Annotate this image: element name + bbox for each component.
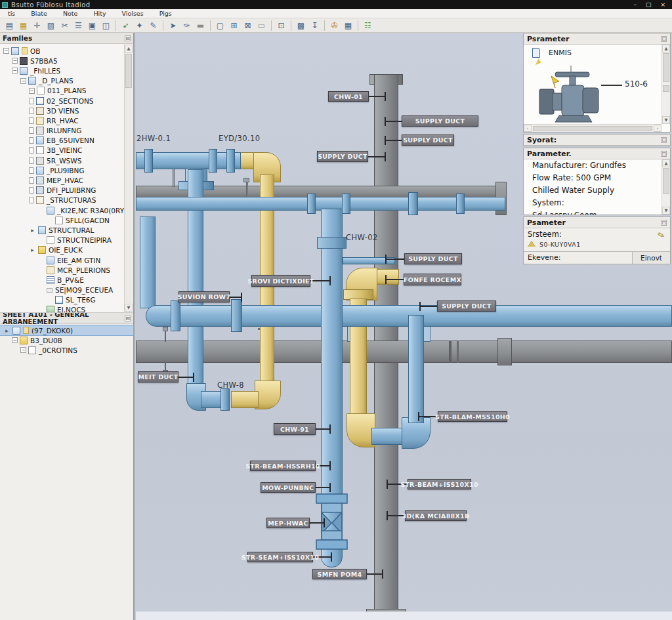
collapse-icon[interactable]: ⊡: [661, 151, 667, 157]
pipe-tag-label[interactable]: SUPPLY DUCT: [404, 253, 462, 264]
menu-pigs[interactable]: Pigs: [152, 10, 180, 17]
parameter-vscrollbar[interactable]: ▲ ▼: [662, 159, 670, 215]
menu-tis[interactable]: tis: [0, 10, 23, 17]
scroll-right-icon[interactable]: ›: [654, 125, 662, 132]
tree-item-97-dkok0[interactable]: ▸(97_DKOK0): [0, 325, 133, 335]
glycol-pipe-horizontal[interactable]: [231, 391, 259, 408]
pipe-tag-label[interactable]: 3D(KA MCIA88X1B: [405, 510, 467, 521]
pipe-tag-label[interactable]: MOW-PUNBNC: [261, 482, 316, 493]
pipe-flange[interactable]: [209, 149, 217, 173]
layers-icon[interactable]: ▭: [255, 20, 268, 31]
minus-expander-icon[interactable]: −: [12, 337, 18, 343]
parameter-row-manufacturer[interactable]: Manufacturer: Grundfes: [524, 159, 670, 172]
arrow-expander-icon[interactable]: ▸: [29, 226, 36, 234]
scroll-thumb[interactable]: [533, 126, 652, 131]
table-settings-icon[interactable]: ⊠: [242, 20, 254, 31]
tree-item-mep-hvac[interactable]: MEP_HVAC: [0, 175, 133, 185]
annotation-2hw-0-1[interactable]: 2HW-0.1: [136, 134, 171, 143]
scroll-up-icon[interactable]: ▲: [662, 45, 670, 52]
minus-expander-icon[interactable]: −: [29, 88, 35, 94]
gate-valve[interactable]: [316, 493, 348, 550]
collapse-icon[interactable]: ⊡: [661, 137, 667, 143]
parameter-row-system[interactable]: System:: [524, 197, 670, 209]
scroll-up-icon[interactable]: ▲: [125, 45, 133, 52]
scroll-thumb[interactable]: [663, 53, 669, 82]
pipe-tag-label[interactable]: STR-BEAM+ISS10X10: [408, 479, 471, 489]
tree-item-fhilles[interactable]: −_FhILLES: [0, 66, 133, 75]
pipe-tag-label[interactable]: SUVION ROW7: [178, 291, 230, 302]
copy-doc-icon[interactable]: ▧: [45, 20, 57, 31]
minimize-button[interactable]: –: [633, 1, 637, 8]
tree-item-dfi-pluibrng[interactable]: DFI_PLUIBRNG: [0, 186, 133, 196]
tree-item-se-mq9-eceuea[interactable]: SE|MQ9_ECEUEA: [0, 285, 133, 295]
viewport-icon[interactable]: ⊡: [275, 20, 287, 31]
tree-item-structuras[interactable]: _STRUCTURAS: [0, 196, 133, 205]
pipe-flange[interactable]: [317, 237, 346, 249]
pipe-tag-label[interactable]: SUPPLY DUCT: [402, 134, 454, 146]
tree-item-rr-hvac[interactable]: RR_HVAC: [0, 115, 133, 125]
tree-item-b-pv-e[interactable]: B_PV&E: [0, 275, 133, 285]
status-grid-icon[interactable]: ☷: [362, 20, 374, 31]
tree-item-sl-te6g[interactable]: SL_TE6G: [0, 295, 133, 305]
pipe-flange[interactable]: [231, 299, 242, 332]
move-tool-icon[interactable]: ✛: [31, 20, 43, 31]
minus-expander-icon[interactable]: −: [3, 48, 9, 54]
tree-item-5r-wsws[interactable]: 5R_WSWS: [0, 155, 133, 165]
minus-expander-icon[interactable]: −: [12, 58, 18, 64]
families-scrollbar[interactable]: ▲ ▼: [124, 45, 133, 312]
glycol-pipe-elbow[interactable]: [255, 381, 281, 409]
pipe-flange[interactable]: [456, 194, 465, 214]
collapse-icon[interactable]: ⊡: [125, 35, 131, 41]
tree-item-d-plans[interactable]: −_D_PLANS: [0, 76, 133, 86]
tree-item-structneipira[interactable]: STRUCTNEIPIRA: [0, 236, 133, 245]
minus-expander-icon[interactable]: −: [20, 78, 26, 84]
scroll-down-icon[interactable]: ▼: [662, 207, 670, 215]
link-tool-icon[interactable]: ✂: [58, 20, 71, 31]
minus-expander-icon[interactable]: −: [12, 68, 18, 73]
pipe-tag-label[interactable]: SUPPLY DUCT: [402, 115, 478, 127]
pipe-tag-label[interactable]: SROVI DICTIXDIET: [251, 275, 310, 287]
pipe-tag-label[interactable]: CHW-01: [328, 91, 369, 102]
hanger-rod[interactable]: [165, 331, 166, 342]
close-button[interactable]: ×: [660, 1, 665, 8]
pipe-flange[interactable]: [171, 300, 180, 331]
maximize-button[interactable]: □: [646, 1, 652, 8]
tree-item-eb-65uivenn[interactable]: EB_65UIVENN: [0, 136, 133, 146]
window-view-icon[interactable]: ◫: [100, 20, 112, 31]
lasso-tool-icon[interactable]: ✇: [328, 20, 341, 31]
tree-item-ob[interactable]: −OB: [0, 46, 133, 56]
pipe-tag-label[interactable]: SUPPLY DUCT: [317, 151, 368, 162]
annotation-chw-8[interactable]: CHW-8: [217, 381, 244, 390]
pipe-tag-label[interactable]: STR-SEAM+ISS10X10: [247, 552, 313, 562]
pipe-flange[interactable]: [342, 194, 350, 214]
pencil-edit-icon[interactable]: ✎: [147, 20, 159, 31]
family-item-label[interactable]: ENMIS: [549, 49, 572, 57]
duplicate-icon[interactable]: ▣: [86, 20, 98, 31]
pipe-flange[interactable]: [144, 149, 153, 173]
steel-beam[interactable]: [136, 341, 672, 363]
cursor-icon[interactable]: ➤: [167, 20, 179, 31]
tree-item-sfll-gacdn[interactable]: SFLL(GACDN: [0, 215, 133, 225]
grid-tool-icon[interactable]: ▩: [295, 20, 307, 31]
system-value[interactable]: S0-KUY0VA1: [539, 241, 581, 248]
menu-hity[interactable]: Hity: [85, 10, 114, 17]
preview-vscrollbar[interactable]: ▲ ▼: [662, 45, 670, 124]
modify-3d-icon[interactable]: ✦: [133, 20, 146, 31]
brush-icon[interactable]: ✑: [180, 20, 193, 31]
tree-item-mcr-plerions[interactable]: MCR_PLERIONS: [0, 265, 133, 275]
tree-item-011-plans[interactable]: −011_PLANS: [0, 86, 133, 96]
minus-expander-icon[interactable]: −: [20, 347, 26, 353]
schedule-table-icon[interactable]: ⊞: [228, 20, 240, 31]
new-window-icon[interactable]: ▢: [214, 20, 226, 31]
pipe-flange[interactable]: [226, 149, 235, 173]
component-icon[interactable]: ➶: [119, 20, 132, 31]
arrow-expander-icon[interactable]: ▸: [3, 327, 10, 334]
tree-item-ei-nocs[interactable]: EI,NOCS: [0, 305, 133, 313]
scroll-thumb[interactable]: [663, 168, 669, 194]
parameter-row-chilled-water-supply[interactable]: Chilled Water Supply: [524, 184, 670, 197]
menu-note[interactable]: Note: [55, 10, 86, 17]
annotation-chw-02[interactable]: CHW-02: [346, 233, 378, 242]
parameter-row-sd-lassnv-ceom[interactable]: Sd-Lassnv.Ceom: [524, 209, 670, 215]
scroll-left-icon[interactable]: ‹: [524, 125, 532, 132]
tree-item-structural[interactable]: ▸STRUCTURAL: [0, 225, 133, 235]
